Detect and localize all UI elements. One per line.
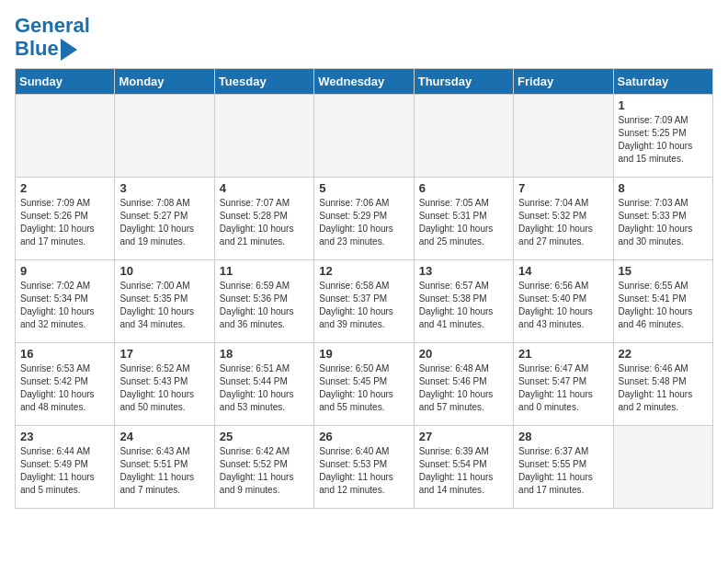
day-number: 23	[20, 430, 109, 443]
day-cell: 1Sunrise: 7:09 AM Sunset: 5:25 PM Daylig…	[613, 95, 712, 178]
day-info: Sunrise: 7:09 AM Sunset: 5:25 PM Dayligh…	[619, 114, 708, 166]
day-cell: 13Sunrise: 6:57 AM Sunset: 5:38 PM Dayli…	[414, 260, 513, 343]
logo: General Blue	[15, 15, 90, 61]
day-cell: 15Sunrise: 6:55 AM Sunset: 5:41 PM Dayli…	[613, 260, 712, 343]
day-cell: 3Sunrise: 7:08 AM Sunset: 5:27 PM Daylig…	[115, 178, 214, 260]
logo-arrow-icon	[61, 39, 77, 61]
day-cell	[514, 95, 613, 178]
day-cell: 16Sunrise: 6:53 AM Sunset: 5:42 PM Dayli…	[16, 343, 115, 426]
day-info: Sunrise: 7:03 AM Sunset: 5:33 PM Dayligh…	[619, 197, 708, 248]
day-info: Sunrise: 7:07 AM Sunset: 5:28 PM Dayligh…	[220, 197, 309, 248]
day-header-wednesday: Wednesday	[314, 69, 414, 95]
day-cell: 4Sunrise: 7:07 AM Sunset: 5:28 PM Daylig…	[214, 178, 313, 260]
day-header-sunday: Sunday	[16, 69, 115, 95]
day-number: 16	[20, 347, 109, 361]
day-info: Sunrise: 6:37 AM Sunset: 5:55 PM Dayligh…	[518, 445, 608, 497]
day-number: 20	[419, 347, 508, 361]
day-info: Sunrise: 6:52 AM Sunset: 5:43 PM Dayligh…	[119, 362, 209, 414]
week-row-3: 9Sunrise: 7:02 AM Sunset: 5:34 PM Daylig…	[16, 260, 713, 343]
day-info: Sunrise: 6:40 AM Sunset: 5:53 PM Dayligh…	[319, 445, 408, 497]
day-number: 1	[619, 98, 708, 112]
day-number: 12	[319, 264, 408, 278]
day-info: Sunrise: 7:04 AM Sunset: 5:32 PM Dayligh…	[518, 197, 608, 248]
day-cell: 14Sunrise: 6:56 AM Sunset: 5:40 PM Dayli…	[514, 260, 613, 343]
day-info: Sunrise: 6:53 AM Sunset: 5:42 PM Dayligh…	[20, 362, 109, 414]
day-header-friday: Friday	[514, 69, 613, 95]
day-number: 15	[619, 264, 708, 278]
day-number: 18	[220, 347, 309, 361]
day-cell: 20Sunrise: 6:48 AM Sunset: 5:46 PM Dayli…	[414, 343, 513, 426]
day-cell: 9Sunrise: 7:02 AM Sunset: 5:34 PM Daylig…	[16, 260, 115, 343]
day-number: 25	[220, 430, 309, 443]
day-cell: 27Sunrise: 6:39 AM Sunset: 5:54 PM Dayli…	[414, 426, 513, 509]
day-info: Sunrise: 7:02 AM Sunset: 5:34 PM Dayligh…	[20, 280, 109, 331]
day-info: Sunrise: 6:56 AM Sunset: 5:40 PM Dayligh…	[518, 280, 608, 331]
week-row-1: 1Sunrise: 7:09 AM Sunset: 5:25 PM Daylig…	[16, 95, 713, 178]
day-cell	[314, 95, 414, 178]
day-info: Sunrise: 6:39 AM Sunset: 5:54 PM Dayligh…	[419, 445, 508, 497]
day-cell	[115, 95, 214, 178]
day-info: Sunrise: 6:50 AM Sunset: 5:45 PM Dayligh…	[319, 362, 408, 414]
week-row-2: 2Sunrise: 7:09 AM Sunset: 5:26 PM Daylig…	[16, 178, 713, 260]
day-info: Sunrise: 7:00 AM Sunset: 5:35 PM Dayligh…	[119, 280, 209, 331]
day-info: Sunrise: 6:42 AM Sunset: 5:52 PM Dayligh…	[220, 445, 309, 497]
day-cell: 6Sunrise: 7:05 AM Sunset: 5:31 PM Daylig…	[414, 178, 513, 260]
day-cell: 28Sunrise: 6:37 AM Sunset: 5:55 PM Dayli…	[514, 426, 613, 509]
day-number: 8	[619, 181, 708, 195]
week-row-4: 16Sunrise: 6:53 AM Sunset: 5:42 PM Dayli…	[16, 343, 713, 426]
day-number: 26	[319, 430, 408, 443]
day-header-saturday: Saturday	[613, 69, 712, 95]
day-cell	[613, 426, 712, 509]
day-info: Sunrise: 6:46 AM Sunset: 5:48 PM Dayligh…	[619, 362, 708, 414]
day-info: Sunrise: 6:48 AM Sunset: 5:46 PM Dayligh…	[419, 362, 508, 414]
day-cell: 7Sunrise: 7:04 AM Sunset: 5:32 PM Daylig…	[514, 178, 613, 260]
day-number: 9	[20, 264, 109, 278]
day-number: 6	[419, 181, 508, 195]
calendar-body: 1Sunrise: 7:09 AM Sunset: 5:25 PM Daylig…	[16, 95, 713, 509]
day-cell: 8Sunrise: 7:03 AM Sunset: 5:33 PM Daylig…	[613, 178, 712, 260]
day-info: Sunrise: 6:59 AM Sunset: 5:36 PM Dayligh…	[220, 280, 309, 331]
day-cell: 23Sunrise: 6:44 AM Sunset: 5:49 PM Dayli…	[16, 426, 115, 509]
day-info: Sunrise: 6:51 AM Sunset: 5:44 PM Dayligh…	[220, 362, 309, 414]
day-header-thursday: Thursday	[414, 69, 513, 95]
day-number: 19	[319, 347, 408, 361]
day-cell: 11Sunrise: 6:59 AM Sunset: 5:36 PM Dayli…	[214, 260, 313, 343]
day-info: Sunrise: 6:55 AM Sunset: 5:41 PM Dayligh…	[619, 280, 708, 331]
day-cell: 25Sunrise: 6:42 AM Sunset: 5:52 PM Dayli…	[214, 426, 313, 509]
day-number: 2	[20, 181, 109, 195]
day-number: 17	[119, 347, 209, 361]
day-info: Sunrise: 6:58 AM Sunset: 5:37 PM Dayligh…	[319, 280, 408, 331]
day-number: 14	[518, 264, 608, 278]
day-cell: 10Sunrise: 7:00 AM Sunset: 5:35 PM Dayli…	[115, 260, 214, 343]
day-number: 28	[518, 430, 608, 443]
day-cell	[214, 95, 313, 178]
day-number: 27	[419, 430, 508, 443]
calendar-header-row: SundayMondayTuesdayWednesdayThursdayFrid…	[16, 69, 713, 95]
day-cell: 21Sunrise: 6:47 AM Sunset: 5:47 PM Dayli…	[514, 343, 613, 426]
day-number: 10	[119, 264, 209, 278]
day-info: Sunrise: 6:47 AM Sunset: 5:47 PM Dayligh…	[518, 362, 608, 414]
day-cell: 5Sunrise: 7:06 AM Sunset: 5:29 PM Daylig…	[314, 178, 414, 260]
day-cell: 26Sunrise: 6:40 AM Sunset: 5:53 PM Dayli…	[314, 426, 414, 509]
day-cell: 12Sunrise: 6:58 AM Sunset: 5:37 PM Dayli…	[314, 260, 414, 343]
day-number: 24	[119, 430, 209, 443]
day-header-tuesday: Tuesday	[214, 69, 313, 95]
day-info: Sunrise: 6:44 AM Sunset: 5:49 PM Dayligh…	[20, 445, 109, 497]
day-cell: 2Sunrise: 7:09 AM Sunset: 5:26 PM Daylig…	[16, 178, 115, 260]
page-header: General Blue	[15, 15, 713, 61]
calendar-table: SundayMondayTuesdayWednesdayThursdayFrid…	[15, 68, 713, 509]
day-info: Sunrise: 7:05 AM Sunset: 5:31 PM Dayligh…	[419, 197, 508, 248]
day-number: 5	[319, 181, 408, 195]
day-number: 13	[419, 264, 508, 278]
day-number: 7	[518, 181, 608, 195]
day-number: 4	[220, 181, 309, 195]
day-number: 3	[119, 181, 209, 195]
day-number: 11	[220, 264, 309, 278]
day-info: Sunrise: 7:09 AM Sunset: 5:26 PM Dayligh…	[20, 197, 109, 248]
week-row-5: 23Sunrise: 6:44 AM Sunset: 5:49 PM Dayli…	[16, 426, 713, 509]
day-cell	[16, 95, 115, 178]
day-cell: 18Sunrise: 6:51 AM Sunset: 5:44 PM Dayli…	[214, 343, 313, 426]
day-info: Sunrise: 7:06 AM Sunset: 5:29 PM Dayligh…	[319, 197, 408, 248]
day-cell: 19Sunrise: 6:50 AM Sunset: 5:45 PM Dayli…	[314, 343, 414, 426]
day-header-monday: Monday	[115, 69, 214, 95]
